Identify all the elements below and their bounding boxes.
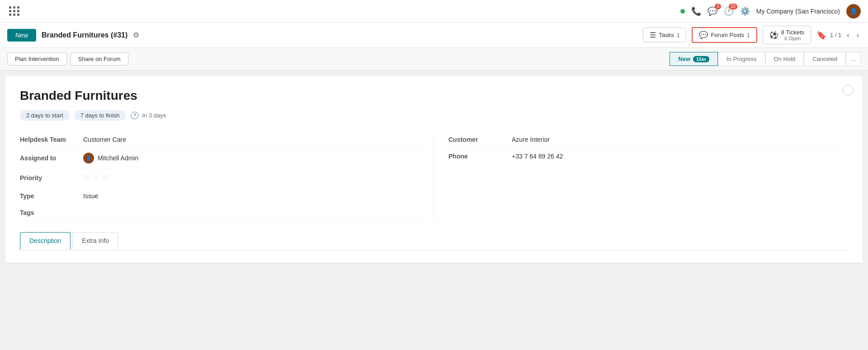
- card-title: Branded Furnitures: [20, 89, 848, 103]
- priority-row: Priority ☆ ☆ ☆: [20, 168, 426, 188]
- status-more-button[interactable]: ...: [846, 52, 861, 66]
- action-bar-left: New Branded Furnitures (#31) ⚙: [7, 29, 139, 42]
- tab-description-label: Description: [29, 237, 61, 244]
- time-info: 🕐 In 3 days: [130, 111, 166, 120]
- circle-toggle-button[interactable]: [843, 85, 854, 96]
- priority-label: Priority: [20, 174, 83, 182]
- customer-label: Customer: [448, 136, 512, 143]
- pager-prev-button[interactable]: ‹: [845, 29, 851, 41]
- navbar-left: [7, 5, 22, 18]
- tasks-label: Tasks: [659, 32, 674, 38]
- share-on-forum-button[interactable]: Share on Forum: [71, 52, 128, 65]
- customer-value[interactable]: Azure Interior: [512, 136, 550, 143]
- pager-text: 1 / 1: [830, 32, 841, 38]
- phone-icon[interactable]: 📞: [691, 6, 701, 16]
- navbar: 📞 💬 3 🕐 33 ⚙️ My Company (San Francisco)…: [0, 0, 868, 23]
- company-name: My Company (San Francisco): [756, 8, 840, 15]
- forum-posts-label: Forum Posts: [711, 32, 744, 38]
- tickets-count: 8 Tickets: [781, 29, 804, 36]
- navbar-right: 📞 💬 3 🕐 33 ⚙️ My Company (San Francisco)…: [680, 4, 861, 19]
- tab-extra-info-label: Extra Info: [82, 237, 109, 244]
- helpdesk-team-value[interactable]: Customer Care: [83, 136, 126, 143]
- status-canceled-label: Canceled: [812, 56, 837, 62]
- bookmark-icon[interactable]: 🔖: [816, 30, 826, 40]
- status-bar: Plan Intervention Share on Forum New 15m…: [0, 48, 868, 70]
- days-to-start-tag[interactable]: 2 days to start: [20, 110, 70, 121]
- assigned-to-label: Assigned to: [20, 154, 83, 162]
- user-avatar[interactable]: 👤: [846, 4, 861, 19]
- star-2[interactable]: ☆: [92, 173, 99, 183]
- pager-next-button[interactable]: ›: [855, 29, 861, 41]
- clock-icon: 🕐: [130, 111, 139, 120]
- status-step-on-hold[interactable]: On Hold: [765, 52, 804, 66]
- record-title: Branded Furnitures (#31): [42, 31, 127, 39]
- tickets-button[interactable]: ⚽ 8 Tickets 6 Open: [763, 26, 811, 44]
- status-step-in-progress[interactable]: In Progress: [718, 52, 765, 66]
- tasks-button[interactable]: ☰ Tasks 1: [643, 28, 686, 42]
- type-value[interactable]: Issue: [83, 192, 98, 200]
- star-3[interactable]: ☆: [101, 173, 108, 183]
- status-in-progress-label: In Progress: [726, 56, 756, 62]
- forum-posts-count: 1: [747, 32, 750, 38]
- customer-row: Customer Azure Interior: [448, 131, 841, 148]
- status-step-new[interactable]: New 15m: [670, 52, 718, 66]
- tags-field-row: Tags: [20, 205, 426, 221]
- pager: 🔖 1 / 1 ‹ ›: [816, 29, 861, 41]
- assigned-to-row: Assigned to 👤 Mitchell Admin: [20, 148, 426, 168]
- days-to-finish-tag[interactable]: 7 days to finish: [74, 110, 126, 121]
- record-card: Branded Furnitures 2 days to start 7 day…: [5, 76, 863, 263]
- activity-badge: 33: [729, 4, 737, 9]
- priority-stars[interactable]: ☆ ☆ ☆: [83, 173, 108, 183]
- status-step-canceled[interactable]: Canceled: [804, 52, 846, 66]
- tickets-info: 8 Tickets 6 Open: [781, 29, 804, 41]
- tickets-icon: ⚽: [769, 31, 778, 39]
- assignee-name: Mitchell Admin: [98, 154, 138, 162]
- assigned-to-value[interactable]: 👤 Mitchell Admin: [83, 153, 138, 163]
- tags-label: Tags: [20, 209, 83, 216]
- messages-icon[interactable]: 💬 3: [708, 6, 717, 16]
- tags-row: 2 days to start 7 days to finish 🕐 In 3 …: [20, 110, 848, 121]
- tickets-open: 6 Open: [781, 36, 804, 41]
- status-on-hold-label: On Hold: [774, 56, 796, 62]
- status-bar-left: Plan Intervention Share on Forum: [7, 52, 128, 65]
- action-bar-right: ☰ Tasks 1 💬 Forum Posts 1 ⚽ 8 Tickets 6 …: [643, 26, 861, 44]
- helpdesk-team-row: Helpdesk Team Customer Care: [20, 131, 426, 148]
- activity-icon[interactable]: 🕐 33: [724, 6, 734, 16]
- star-1[interactable]: ☆: [83, 173, 90, 183]
- tab-description[interactable]: Description: [20, 232, 71, 250]
- settings-icon[interactable]: ⚙️: [740, 6, 750, 16]
- tabs-row: Description Extra Info: [20, 232, 848, 250]
- apps-grid-icon[interactable]: [7, 5, 22, 18]
- time-label: In 3 days: [142, 112, 166, 119]
- helpdesk-team-label: Helpdesk Team: [20, 136, 83, 143]
- tab-extra-info[interactable]: Extra Info: [72, 232, 118, 250]
- action-bar: New Branded Furnitures (#31) ⚙ ☰ Tasks 1…: [0, 23, 868, 48]
- status-new-label: New: [678, 56, 690, 62]
- tasks-icon: ☰: [650, 31, 656, 39]
- assignee-avatar: 👤: [83, 153, 94, 163]
- right-field-col: Customer Azure Interior Phone +33 7 64 8…: [434, 131, 848, 221]
- type-row: Type Issue: [20, 188, 426, 205]
- plan-intervention-button[interactable]: Plan Intervention: [7, 52, 67, 65]
- messages-badge: 3: [715, 4, 721, 9]
- status-pipeline: New 15m In Progress On Hold Canceled ...: [670, 52, 861, 66]
- left-field-col: Helpdesk Team Customer Care Assigned to …: [20, 131, 434, 221]
- forum-posts-icon: 💬: [699, 31, 708, 39]
- forum-posts-button[interactable]: 💬 Forum Posts 1: [692, 27, 757, 43]
- fields-grid: Helpdesk Team Customer Care Assigned to …: [20, 131, 848, 221]
- type-label: Type: [20, 192, 83, 200]
- phone-value[interactable]: +33 7 64 89 26 42: [512, 153, 563, 160]
- record-settings-icon[interactable]: ⚙: [133, 31, 139, 39]
- status-online-dot: [680, 9, 685, 14]
- tasks-count: 1: [677, 32, 680, 38]
- new-button[interactable]: New: [7, 29, 36, 42]
- main-content: Branded Furnitures 2 days to start 7 day…: [0, 70, 868, 350]
- status-new-badge: 15m: [693, 56, 709, 62]
- phone-row: Phone +33 7 64 89 26 42: [448, 148, 841, 165]
- phone-label: Phone: [448, 153, 512, 160]
